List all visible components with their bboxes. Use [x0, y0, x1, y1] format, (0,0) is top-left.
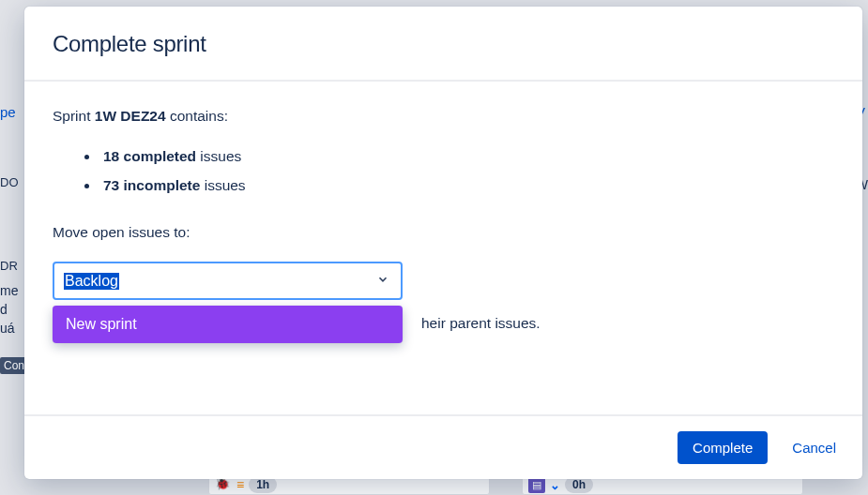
bg-text: me: [0, 283, 18, 298]
complete-sprint-dialog: Complete sprint Sprint 1W DEZ24 contains…: [24, 7, 862, 479]
dialog-body: Sprint 1W DEZ24 contains: 18 completed i…: [24, 82, 862, 414]
sprint-name: 1W DEZ24: [95, 108, 166, 124]
dropdown-option-new-sprint[interactable]: New sprint: [53, 306, 403, 343]
chevron-down-icon: [376, 273, 389, 290]
complete-button[interactable]: Complete: [678, 431, 768, 464]
dialog-header: Complete sprint: [24, 7, 862, 82]
hint-text-fragment: heir parent issues.: [421, 315, 541, 332]
select-value: Backlog: [64, 273, 119, 290]
label-text: Sprint: [53, 108, 95, 124]
bg-text: pe: [0, 104, 16, 120]
priority-icon: ≡: [236, 477, 244, 492]
dialog-footer: Complete Cancel: [24, 414, 862, 479]
destination-select[interactable]: Backlog: [53, 262, 403, 300]
bg-text: d: [0, 302, 8, 317]
label-text: issues: [200, 177, 245, 193]
move-open-issues-label: Move open issues to:: [53, 224, 834, 241]
sprint-summary-line: Sprint 1W DEZ24 contains:: [53, 108, 834, 125]
priority-down-icon: ⌄: [550, 478, 560, 492]
bg-text: DR: [0, 259, 18, 273]
completed-count-item: 18 completed issues: [99, 142, 834, 171]
destination-dropdown: New sprint: [53, 306, 403, 343]
label-text: contains:: [166, 108, 228, 124]
incomplete-count-item: 73 incomplete issues: [99, 171, 834, 200]
cancel-button[interactable]: Cancel: [788, 431, 840, 464]
label-text: issues: [196, 148, 241, 164]
bg-text: DO: [0, 175, 19, 189]
completed-count: 18 completed: [103, 148, 196, 164]
dialog-title: Complete sprint: [53, 31, 834, 57]
issue-counts-list: 18 completed issues 73 incomplete issues: [99, 142, 834, 200]
incomplete-count: 73 incomplete: [103, 177, 200, 193]
destination-select-wrap: Backlog New sprint: [53, 262, 403, 300]
bg-text: uá: [0, 321, 15, 336]
